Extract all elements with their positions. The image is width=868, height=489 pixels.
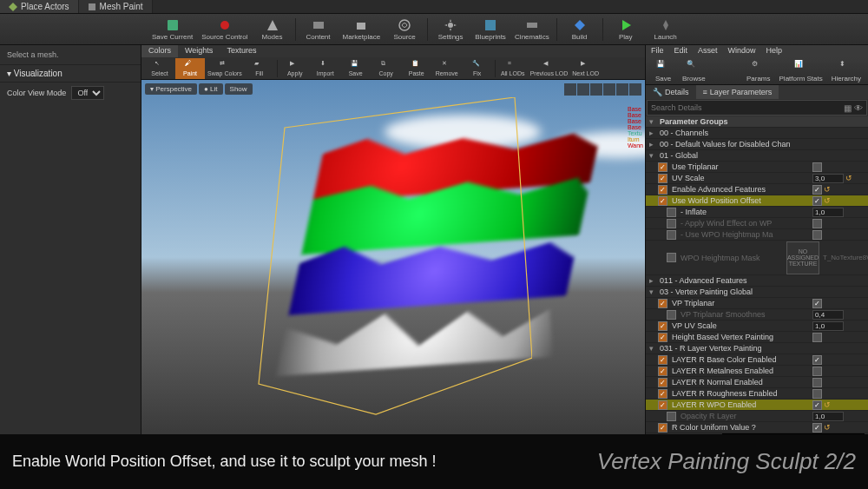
- group-channels[interactable]: 00 - Channels: [658, 129, 865, 137]
- reset-icon[interactable]: ↺: [824, 185, 831, 194]
- vp-gizmo-5[interactable]: [616, 83, 628, 96]
- tab-layer-parameters[interactable]: ≡Layer Parameters: [696, 85, 779, 99]
- check-vp-tri-sm[interactable]: [667, 310, 676, 320]
- tool-prev-lod[interactable]: ◀Previous LOD: [529, 58, 570, 79]
- tool-fix[interactable]: 🔧Fix: [463, 58, 492, 79]
- tab-place-actors[interactable]: Place Actors: [0, 0, 79, 13]
- save-current-button[interactable]: Save Current: [148, 15, 196, 44]
- source-control-button[interactable]: Source Control: [198, 15, 251, 44]
- subtab-textures[interactable]: Textures: [220, 45, 263, 57]
- vp-gizmo-4[interactable]: [603, 83, 615, 96]
- vp-gizmo-2[interactable]: [577, 83, 589, 96]
- expand-icon[interactable]: ▸: [649, 129, 658, 137]
- mat-hierarchy-button[interactable]: ⬍Hierarchy: [828, 56, 865, 86]
- check-r-wpo[interactable]: [658, 400, 667, 410]
- viewmode-lit[interactable]: ● Lit: [199, 83, 223, 95]
- check-r-normal[interactable]: [658, 378, 667, 387]
- check-r-metal[interactable]: [658, 367, 667, 376]
- cinematics-button[interactable]: Cinematics: [511, 15, 553, 44]
- tool-save[interactable]: 💾Save: [341, 58, 371, 79]
- group-global[interactable]: 01 - Global: [658, 151, 865, 160]
- subtab-weights[interactable]: Weights: [178, 45, 220, 57]
- expand-icon[interactable]: ▾: [649, 151, 658, 160]
- mat-platform-stats-button[interactable]: 📊Platform Stats: [776, 56, 826, 86]
- modes-button[interactable]: Modes: [253, 15, 292, 44]
- val-r-normal[interactable]: [812, 378, 822, 387]
- tool-all-lods[interactable]: ≡All LODs: [498, 58, 528, 79]
- check-r-rough[interactable]: [658, 389, 667, 399]
- reset-icon[interactable]: ↺: [824, 400, 831, 409]
- check-use-wpo[interactable]: [658, 196, 667, 206]
- group-vp-global[interactable]: 03 - Vertex Painting Global: [658, 287, 865, 296]
- tool-swap-colors[interactable]: ⇄Swap Colors: [206, 58, 244, 79]
- val-use-triplanar[interactable]: [812, 162, 822, 172]
- input-vp-uv[interactable]: [812, 321, 844, 331]
- reset-icon[interactable]: ↺: [824, 423, 831, 432]
- tab-mesh-paint[interactable]: Mesh Paint: [79, 0, 153, 13]
- val-wpo-hm[interactable]: [812, 230, 822, 240]
- launch-button[interactable]: Launch: [647, 15, 685, 44]
- vp-gizmo-6[interactable]: [629, 83, 641, 96]
- tool-next-lod[interactable]: ▶Next LOD: [570, 58, 601, 79]
- tool-remove[interactable]: ✕Remove: [432, 58, 462, 79]
- check-uv-scale[interactable]: [658, 174, 667, 183]
- texture-preview[interactable]: NO ASSIGNED TEXTURE: [786, 241, 819, 274]
- check-hbvp[interactable]: [658, 333, 667, 342]
- input-uv-scale[interactable]: [812, 174, 844, 183]
- check-wpo-mask[interactable]: [667, 253, 676, 262]
- val-r-rough[interactable]: [812, 389, 822, 399]
- mat-save-button[interactable]: 💾Save: [649, 56, 677, 86]
- viewmode-show[interactable]: Show: [225, 83, 253, 95]
- tool-apply[interactable]: ▶Apply: [280, 58, 310, 79]
- val-enable-adv[interactable]: [812, 185, 822, 195]
- search-options-icon[interactable]: ▦👁: [844, 103, 863, 113]
- reset-icon[interactable]: ↺: [824, 196, 831, 205]
- group-r-layer[interactable]: 031 - R Layer Vertex Painting: [658, 344, 865, 353]
- check-r-opac[interactable]: [667, 412, 676, 421]
- search-input[interactable]: [651, 103, 844, 112]
- viewport-3d[interactable]: ▾ Perspective ● Lit Show: [141, 80, 645, 434]
- subtab-colors[interactable]: Colors: [141, 45, 178, 57]
- check-vp-uv[interactable]: [658, 321, 667, 331]
- check-r-base[interactable]: [658, 355, 667, 365]
- mat-params-button[interactable]: ⚙Params: [743, 56, 774, 86]
- source-button[interactable]: Source: [385, 15, 424, 44]
- tool-paint[interactable]: 🖌Paint: [175, 58, 205, 79]
- check-wind[interactable]: [667, 219, 676, 228]
- vp-gizmo-1[interactable]: [564, 83, 576, 96]
- expand-icon[interactable]: ▾: [649, 344, 658, 353]
- check-wpo-hm[interactable]: [667, 230, 676, 240]
- input-inflate[interactable]: [812, 208, 844, 217]
- mat-browse-button[interactable]: 🔍Browse: [679, 56, 709, 86]
- val-r-base[interactable]: [812, 355, 822, 365]
- visualization-section[interactable]: ▾ Visualization: [0, 65, 141, 83]
- expand-icon[interactable]: ▾: [649, 287, 658, 296]
- check-use-triplanar[interactable]: [658, 162, 667, 172]
- tool-select[interactable]: ↖Select: [145, 58, 174, 79]
- reset-icon[interactable]: ↺: [845, 174, 852, 182]
- expand-icon[interactable]: ▾: [649, 117, 658, 126]
- blueprints-button[interactable]: Blueprints: [471, 15, 510, 44]
- parameter-tree[interactable]: ▾Parameter Groups ▸00 - Channels ▸00 - D…: [646, 116, 868, 434]
- color-view-mode-select[interactable]: Off: [71, 86, 104, 100]
- tab-details[interactable]: 🔧Details: [646, 85, 696, 99]
- tool-fill[interactable]: ▰Fill: [245, 58, 274, 79]
- input-r-opac[interactable]: [812, 412, 844, 421]
- tool-import[interactable]: ⬇Import: [311, 58, 340, 79]
- check-vp-tri[interactable]: [658, 299, 667, 308]
- expand-icon[interactable]: ▸: [649, 276, 658, 285]
- settings-button[interactable]: Settings: [431, 15, 470, 44]
- val-r-metal[interactable]: [812, 367, 822, 376]
- play-button[interactable]: Play: [607, 15, 645, 44]
- group-defaults[interactable]: 00 - Default Values for Disabled Chan: [658, 140, 865, 149]
- input-vp-tri-sm[interactable]: [812, 310, 844, 320]
- tool-copy[interactable]: ⧉Copy: [372, 58, 401, 79]
- marketplace-button[interactable]: Marketplace: [339, 15, 385, 44]
- val-wind[interactable]: [812, 219, 822, 228]
- val-vp-tri[interactable]: [812, 299, 822, 308]
- val-hbvp[interactable]: [812, 333, 822, 342]
- val-use-wpo[interactable]: [812, 196, 822, 206]
- val-r-wpo[interactable]: [812, 400, 822, 410]
- check-enable-adv[interactable]: [658, 185, 667, 195]
- val-r-uni[interactable]: [812, 423, 822, 433]
